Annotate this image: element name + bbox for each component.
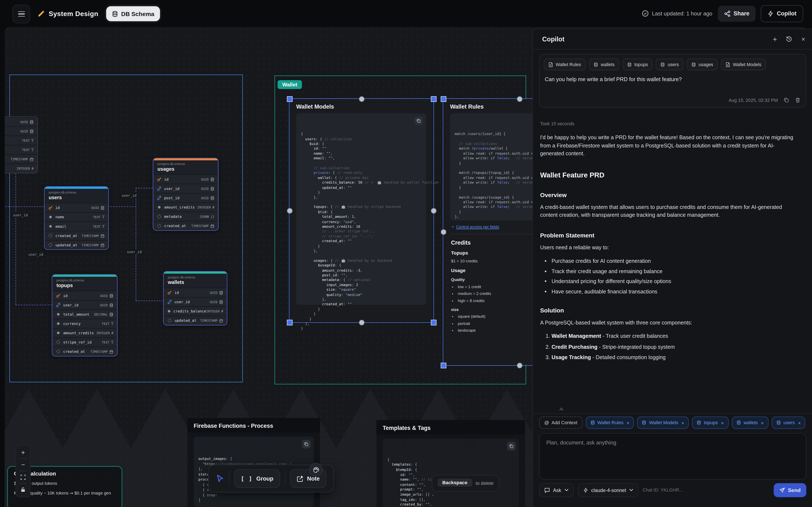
wallet-group-badge[interactable]: Wallet	[277, 80, 302, 89]
scroll-indicator[interactable]	[559, 407, 564, 410]
input-context-chip[interactable]: topups ×	[692, 416, 728, 429]
table-users[interactable]: postgres.db.schema users id UUID	[44, 186, 109, 250]
selection-handle[interactable]	[517, 96, 522, 102]
context-chip-icon	[594, 62, 598, 67]
table-field-row[interactable]: id UUID T#{}	[153, 174, 218, 183]
table-field-row[interactable]: post_id UUID T#{}	[153, 193, 218, 202]
copilot-toggle-button[interactable]: Copilot	[761, 5, 803, 22]
selection-handle[interactable]	[441, 229, 446, 235]
copy-code-button[interactable]	[302, 440, 311, 449]
user-message-text: Can you help me write a brief PRD for th…	[545, 76, 802, 82]
share-button[interactable]: Share	[717, 5, 756, 21]
selection-handle[interactable]	[517, 363, 522, 369]
prd-title: Wallet Feature PRD	[540, 171, 797, 179]
table-field-row[interactable]: TEXT T#{}	[5, 135, 37, 145]
selection-handle[interactable]	[287, 320, 293, 325]
context-chip[interactable]: Wallet Models	[721, 59, 766, 70]
table-field-row[interactable]: updated_at TIMESTAMP T#{}	[45, 240, 108, 249]
new-chat-icon[interactable]: +	[773, 35, 777, 43]
copy-code-button[interactable]	[414, 116, 423, 125]
table-usages[interactable]: postgres.db.schema usages id UUID	[153, 158, 218, 231]
table-field-row[interactable]: id UUID T#{}	[52, 291, 117, 300]
table-field-row[interactable]: total_amount DECIMAL T#{}	[52, 309, 117, 319]
cursor-tool-icon[interactable]	[216, 474, 224, 483]
table-field-row[interactable]: TIMESTAMP T#{}	[5, 154, 37, 164]
selection-handle[interactable]	[287, 208, 293, 214]
table-field-row[interactable]: id UUID T#{}	[45, 203, 108, 212]
input-context-chip[interactable]: wallets ×	[732, 416, 768, 429]
context-chip-icon	[548, 62, 553, 67]
table-wallets[interactable]: postgres.db.schema wallets id UUID	[163, 271, 227, 325]
table-field-row[interactable]: name TEXT T#{}	[45, 212, 108, 221]
templates-tags-panel[interactable]: Templates & Tags { templates: { $tempId:…	[376, 420, 525, 507]
field-type-icon: T#{}	[211, 215, 214, 218]
table-field-row[interactable]: currency TEXT T#{}	[52, 319, 117, 328]
note-icon	[297, 475, 303, 482]
table-topups[interactable]: postgres.db.schema topups id UUID	[52, 274, 117, 356]
wallet-models-panel[interactable]: Wallet Models { users: { // collection $…	[290, 99, 432, 321]
selection-handle[interactable]	[359, 96, 364, 102]
firebase-functions-panel[interactable]: Firebase Functions - Process output_imag…	[188, 418, 320, 507]
selection-handle[interactable]	[431, 208, 437, 214]
context-chip[interactable]: wallets	[589, 59, 619, 70]
lock-button[interactable]	[16, 484, 30, 496]
field-type-icon: T#{}	[219, 300, 223, 304]
model-select[interactable]: claude-4-sonnet	[578, 483, 639, 497]
history-icon[interactable]	[786, 36, 793, 43]
remove-context-icon[interactable]: ×	[798, 420, 801, 426]
selection-handle[interactable]	[441, 363, 446, 369]
copy-code-button[interactable]	[507, 442, 516, 451]
table-field-row[interactable]: TEXT T#{}	[5, 145, 37, 154]
table-field-row[interactable]: user_id UUID T#{}	[164, 297, 227, 306]
table-field-row[interactable]: UUID T#{}	[5, 117, 37, 126]
table-field-row[interactable]: updated_at TIMESTAMP T#{}	[164, 316, 227, 325]
table-field-row[interactable]: credits_balance INTEGER T#{}	[164, 306, 227, 316]
table-field-row[interactable]: email TEXT T#{}	[45, 221, 108, 231]
style-palette-button[interactable]	[309, 463, 323, 476]
input-context-chip[interactable]: Wallet Rules ×	[586, 416, 634, 429]
input-context-chip[interactable]: users ×	[772, 416, 806, 429]
close-icon[interactable]: ×	[801, 35, 805, 43]
tab-db-schema[interactable]: DB Schema	[106, 6, 160, 21]
table-field-row[interactable]: user_id UUID T#{}	[52, 300, 117, 309]
remove-context-icon[interactable]: ×	[761, 420, 764, 426]
table-field-row[interactable]: amount_credits INTEGER T#{}	[52, 328, 117, 337]
menu-button[interactable]	[12, 5, 30, 23]
table-field-row[interactable]: amount_credits INTEGER T#{}	[153, 203, 218, 212]
selection-handle[interactable]	[431, 96, 437, 102]
table-field-row[interactable]: metadata JSONB T#{}	[153, 212, 218, 221]
zoom-in-button[interactable]: +	[16, 446, 30, 458]
cloud-check-icon	[642, 10, 649, 17]
selection-handle[interactable]	[431, 320, 437, 325]
context-chip[interactable]: usages	[687, 59, 718, 70]
selection-handle[interactable]	[441, 96, 446, 102]
table-field-row[interactable]: id UUID T#{}	[164, 288, 227, 297]
context-chip[interactable]: Wallet Rules	[544, 59, 586, 70]
remove-context-icon[interactable]: ×	[626, 420, 629, 426]
zoom-out-button[interactable]: −	[16, 459, 30, 471]
copy-message-icon[interactable]	[783, 97, 789, 103]
panel-title: Templates & Tags	[376, 420, 525, 435]
remove-context-icon[interactable]: ×	[721, 420, 724, 426]
delete-message-icon[interactable]	[795, 97, 801, 103]
input-context-chip[interactable]: Wallet Models ×	[637, 416, 689, 429]
selection-handle[interactable]	[359, 320, 364, 325]
clipped-table-fragment[interactable]: UUID T#{} UUID T#{}	[5, 116, 38, 173]
table-field-row[interactable]: created_at TIMESTAMP T#{}	[52, 347, 117, 356]
send-button[interactable]: Send	[773, 483, 806, 497]
context-chip[interactable]: users	[656, 59, 683, 70]
fit-view-button[interactable]	[16, 471, 30, 483]
table-field-row[interactable]: stripe_ref_id TEXT T#{}	[52, 337, 117, 347]
table-field-row[interactable]: UUID T#{}	[5, 126, 37, 135]
table-field-row[interactable]: user_id UUID T#{}	[153, 183, 218, 193]
group-button[interactable]: [ ] Group	[234, 469, 280, 488]
selection-handle[interactable]	[287, 96, 293, 102]
table-field-row[interactable]: created_at TIMESTAMP T#{}	[45, 231, 108, 240]
remove-context-icon[interactable]: ×	[681, 420, 684, 426]
chat-input[interactable]: Plan, document, ask anything	[539, 433, 806, 480]
table-field-row[interactable]: INTEGER T#{}	[5, 164, 37, 173]
table-field-row[interactable]: created_at TIMESTAMP T#{}	[153, 221, 218, 230]
context-chip[interactable]: topups	[622, 59, 653, 70]
add-context-button[interactable]: @ Add Context	[539, 416, 582, 429]
mode-select[interactable]: Ask	[539, 483, 573, 497]
